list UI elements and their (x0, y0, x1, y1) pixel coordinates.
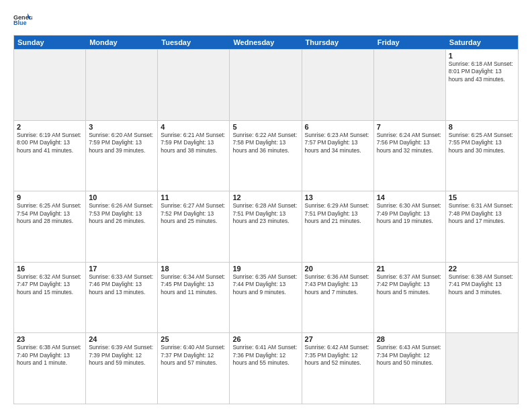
header-day-friday: Friday (374, 36, 446, 49)
day-number: 20 (305, 265, 371, 273)
day-info: Sunrise: 6:25 AM Sunset: 7:55 PM Dayligh… (449, 132, 515, 154)
day-number: 8 (449, 123, 515, 131)
calendar: SundayMondayTuesdayWednesdayThursdayFrid… (13, 35, 519, 404)
header-day-thursday: Thursday (302, 36, 374, 49)
day-number: 9 (17, 193, 83, 201)
calendar-cell: 13Sunrise: 6:29 AM Sunset: 7:51 PM Dayli… (302, 191, 374, 262)
day-number: 25 (161, 335, 226, 343)
calendar-cell (302, 50, 374, 120)
day-info: Sunrise: 6:32 AM Sunset: 7:47 PM Dayligh… (17, 273, 83, 296)
day-info: Sunrise: 6:42 AM Sunset: 7:35 PM Dayligh… (305, 344, 371, 367)
day-info: Sunrise: 6:40 AM Sunset: 7:37 PM Dayligh… (161, 344, 226, 367)
day-number: 18 (161, 265, 226, 273)
day-number: 16 (17, 265, 83, 273)
calendar-cell (14, 50, 86, 120)
week-row-1: 2Sunrise: 6:19 AM Sunset: 8:00 PM Daylig… (14, 120, 518, 191)
header-day-sunday: Sunday (14, 36, 86, 49)
calendar-cell: 16Sunrise: 6:32 AM Sunset: 7:47 PM Dayli… (14, 263, 86, 333)
day-info: Sunrise: 6:31 AM Sunset: 7:48 PM Dayligh… (449, 202, 515, 225)
logo-icon: General Blue (13, 11, 32, 30)
day-info: Sunrise: 6:25 AM Sunset: 7:54 PM Dayligh… (17, 202, 83, 225)
day-number: 11 (161, 193, 226, 201)
day-number: 4 (161, 123, 226, 131)
calendar-cell: 22Sunrise: 6:38 AM Sunset: 7:41 PM Dayli… (446, 263, 518, 333)
day-info: Sunrise: 6:34 AM Sunset: 7:45 PM Dayligh… (161, 273, 226, 296)
day-info: Sunrise: 6:27 AM Sunset: 7:52 PM Dayligh… (161, 202, 226, 225)
page: General Blue SundayMondayTuesdayWednesda… (0, 0, 532, 411)
calendar-header: SundayMondayTuesdayWednesdayThursdayFrid… (14, 36, 518, 49)
day-info: Sunrise: 6:38 AM Sunset: 7:40 PM Dayligh… (17, 344, 83, 367)
calendar-cell: 18Sunrise: 6:34 AM Sunset: 7:45 PM Dayli… (158, 263, 230, 333)
day-number: 14 (377, 193, 443, 201)
day-number: 5 (232, 123, 298, 131)
calendar-cell (374, 50, 446, 120)
logo: General Blue (13, 11, 34, 30)
day-number: 3 (89, 123, 154, 131)
day-number: 15 (449, 193, 515, 201)
calendar-cell (86, 50, 158, 120)
calendar-cell: 5Sunrise: 6:22 AM Sunset: 7:58 PM Daylig… (230, 121, 302, 191)
calendar-cell: 17Sunrise: 6:33 AM Sunset: 7:46 PM Dayli… (86, 263, 158, 333)
day-number: 10 (89, 193, 154, 201)
calendar-body: 1Sunrise: 6:18 AM Sunset: 8:01 PM Daylig… (14, 49, 518, 404)
calendar-cell: 25Sunrise: 6:40 AM Sunset: 7:37 PM Dayli… (158, 333, 230, 404)
calendar-cell: 23Sunrise: 6:38 AM Sunset: 7:40 PM Dayli… (14, 333, 86, 404)
day-info: Sunrise: 6:36 AM Sunset: 7:43 PM Dayligh… (305, 273, 371, 296)
calendar-cell: 21Sunrise: 6:37 AM Sunset: 7:42 PM Dayli… (374, 263, 446, 333)
calendar-cell (158, 50, 230, 120)
day-number: 22 (449, 265, 515, 273)
calendar-cell: 20Sunrise: 6:36 AM Sunset: 7:43 PM Dayli… (302, 263, 374, 333)
calendar-cell: 3Sunrise: 6:20 AM Sunset: 7:59 PM Daylig… (86, 121, 158, 191)
day-number: 19 (232, 265, 298, 273)
day-info: Sunrise: 6:39 AM Sunset: 7:39 PM Dayligh… (89, 344, 154, 367)
header: General Blue (13, 11, 519, 30)
day-info: Sunrise: 6:22 AM Sunset: 7:58 PM Dayligh… (232, 132, 298, 154)
day-number: 17 (89, 265, 154, 273)
day-info: Sunrise: 6:37 AM Sunset: 7:42 PM Dayligh… (377, 273, 443, 296)
day-info: Sunrise: 6:35 AM Sunset: 7:44 PM Dayligh… (232, 273, 298, 296)
calendar-cell (446, 333, 518, 404)
day-number: 23 (17, 335, 83, 343)
calendar-cell: 9Sunrise: 6:25 AM Sunset: 7:54 PM Daylig… (14, 191, 86, 262)
day-info: Sunrise: 6:33 AM Sunset: 7:46 PM Dayligh… (89, 273, 154, 296)
calendar-cell: 7Sunrise: 6:24 AM Sunset: 7:56 PM Daylig… (374, 121, 446, 191)
header-day-wednesday: Wednesday (230, 36, 302, 49)
svg-text:Blue: Blue (13, 19, 27, 26)
day-info: Sunrise: 6:19 AM Sunset: 8:00 PM Dayligh… (17, 132, 83, 154)
week-row-0: 1Sunrise: 6:18 AM Sunset: 8:01 PM Daylig… (14, 49, 518, 120)
day-info: Sunrise: 6:21 AM Sunset: 7:59 PM Dayligh… (161, 132, 226, 154)
calendar-cell: 10Sunrise: 6:26 AM Sunset: 7:53 PM Dayli… (86, 191, 158, 262)
day-info: Sunrise: 6:24 AM Sunset: 7:56 PM Dayligh… (377, 132, 443, 154)
day-info: Sunrise: 6:29 AM Sunset: 7:51 PM Dayligh… (305, 202, 371, 225)
day-info: Sunrise: 6:30 AM Sunset: 7:49 PM Dayligh… (377, 202, 443, 225)
calendar-cell: 6Sunrise: 6:23 AM Sunset: 7:57 PM Daylig… (302, 121, 374, 191)
day-info: Sunrise: 6:41 AM Sunset: 7:36 PM Dayligh… (232, 344, 298, 367)
day-number: 27 (305, 335, 371, 343)
day-number: 21 (377, 265, 443, 273)
calendar-cell: 15Sunrise: 6:31 AM Sunset: 7:48 PM Dayli… (446, 191, 518, 262)
week-row-2: 9Sunrise: 6:25 AM Sunset: 7:54 PM Daylig… (14, 191, 518, 262)
day-number: 6 (305, 123, 371, 131)
calendar-cell: 27Sunrise: 6:42 AM Sunset: 7:35 PM Dayli… (302, 333, 374, 404)
day-info: Sunrise: 6:26 AM Sunset: 7:53 PM Dayligh… (89, 202, 154, 225)
calendar-cell: 8Sunrise: 6:25 AM Sunset: 7:55 PM Daylig… (446, 121, 518, 191)
day-number: 2 (17, 123, 83, 131)
calendar-cell: 11Sunrise: 6:27 AM Sunset: 7:52 PM Dayli… (158, 191, 230, 262)
day-info: Sunrise: 6:38 AM Sunset: 7:41 PM Dayligh… (449, 273, 515, 296)
day-info: Sunrise: 6:43 AM Sunset: 7:34 PM Dayligh… (377, 344, 443, 367)
calendar-cell: 28Sunrise: 6:43 AM Sunset: 7:34 PM Dayli… (374, 333, 446, 404)
calendar-cell: 14Sunrise: 6:30 AM Sunset: 7:49 PM Dayli… (374, 191, 446, 262)
day-number: 1 (449, 52, 515, 60)
day-number: 26 (232, 335, 298, 343)
calendar-cell: 24Sunrise: 6:39 AM Sunset: 7:39 PM Dayli… (86, 333, 158, 404)
header-day-saturday: Saturday (446, 36, 518, 49)
week-row-3: 16Sunrise: 6:32 AM Sunset: 7:47 PM Dayli… (14, 262, 518, 333)
header-day-monday: Monday (86, 36, 158, 49)
calendar-cell: 1Sunrise: 6:18 AM Sunset: 8:01 PM Daylig… (446, 50, 518, 120)
day-info: Sunrise: 6:28 AM Sunset: 7:51 PM Dayligh… (232, 202, 298, 225)
header-day-tuesday: Tuesday (158, 36, 230, 49)
day-number: 13 (305, 193, 371, 201)
calendar-cell: 12Sunrise: 6:28 AM Sunset: 7:51 PM Dayli… (230, 191, 302, 262)
day-info: Sunrise: 6:23 AM Sunset: 7:57 PM Dayligh… (305, 132, 371, 154)
day-info: Sunrise: 6:18 AM Sunset: 8:01 PM Dayligh… (449, 60, 515, 83)
